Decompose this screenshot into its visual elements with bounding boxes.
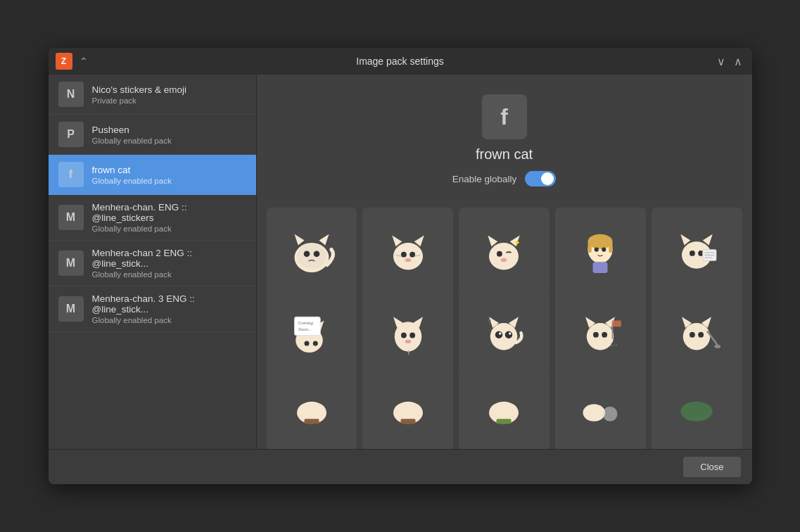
sticker-cell[interactable] (652, 367, 742, 449)
svg-point-40 (304, 341, 309, 346)
svg-text:✦: ✦ (514, 238, 521, 248)
sidebar-item-pusheen[interactable]: P Pusheen Globally enabled pack (49, 115, 256, 155)
svg-rect-21 (609, 242, 613, 253)
svg-point-79 (603, 407, 618, 422)
svg-rect-20 (588, 242, 592, 253)
pack-title: frown cat (476, 146, 533, 163)
minimize-button[interactable]: ∨ (714, 55, 728, 68)
pack-name: Nico's stickers & emoji (92, 84, 246, 95)
pack-sub: Globally enabled pack (92, 137, 246, 145)
sticker-cell[interactable] (267, 367, 357, 449)
svg-rect-63 (613, 321, 621, 327)
sidebar-item-menhera-3[interactable]: M Menhera-chan. 3 ENG :: @line_stick... … (49, 286, 256, 332)
enable-globally-row: Enable globally (452, 171, 557, 186)
svg-point-53 (505, 331, 513, 338)
svg-point-52 (495, 331, 503, 338)
avatar: N (58, 82, 84, 107)
pack-name: Pusheen (92, 125, 246, 135)
main-panel: f frown cat Enable globally (256, 75, 752, 449)
svg-point-16 (501, 258, 507, 262)
svg-point-65 (683, 323, 711, 350)
sidebar-item-frown-cat[interactable]: f frown cat Globally enabled pack (49, 155, 256, 195)
svg-point-1 (297, 244, 326, 269)
svg-point-61 (602, 332, 607, 338)
svg-point-11 (405, 258, 411, 262)
svg-point-71 (714, 345, 720, 348)
svg-point-47 (405, 340, 411, 343)
svg-rect-77 (497, 419, 512, 424)
list-item-info: Menhera-chan. ENG :: @line_stickers Glob… (92, 202, 246, 233)
svg-point-6 (393, 243, 423, 270)
svg-point-55 (509, 332, 512, 335)
svg-point-45 (401, 333, 407, 338)
pack-sub: Private pack (92, 96, 246, 105)
collapse-button[interactable]: ⌃ (77, 54, 91, 68)
sidebar-item-menhera-2[interactable]: M Menhera-chan 2 ENG :: @line_stick... G… (49, 241, 256, 286)
titlebar: Z ⌃ Image pack settings ∨ ∧ (49, 48, 752, 75)
sticker-cell[interactable] (555, 367, 646, 449)
svg-rect-73 (304, 419, 319, 424)
footer: Close (49, 449, 752, 484)
maximize-button[interactable]: ∧ (731, 55, 745, 68)
avatar: M (58, 251, 84, 276)
sticker-cell[interactable]: ✝ (362, 288, 453, 379)
image-pack-settings-window: Z ⌃ Image pack settings ∨ ∧ N Nico's sti… (49, 48, 752, 484)
sticker-cell[interactable] (362, 208, 453, 298)
pack-name: Menhera-chan. 3 ENG :: @line_stick... (92, 293, 246, 315)
sticker-cell[interactable] (267, 208, 357, 298)
svg-point-78 (583, 404, 606, 422)
close-button[interactable]: Close (683, 457, 740, 477)
enable-globally-toggle[interactable] (525, 171, 556, 186)
svg-point-69 (698, 332, 704, 338)
svg-point-28 (690, 251, 695, 256)
svg-text:?: ? (488, 318, 492, 325)
window-title: Image pack settings (356, 56, 444, 67)
app-icon: Z (56, 53, 72, 70)
svg-marker-3 (319, 234, 329, 246)
pack-icon-large: f (482, 94, 527, 139)
svg-point-68 (690, 332, 695, 338)
svg-marker-2 (294, 234, 304, 246)
svg-point-4 (304, 251, 310, 258)
svg-text:✝: ✝ (405, 349, 411, 356)
pack-header: f frown cat Enable globally (257, 75, 752, 201)
sticker-cell[interactable]: Coming Soon... (267, 288, 357, 379)
sticker-cell[interactable] (652, 208, 742, 298)
list-item-info: Nico's stickers & emoji Private pack (92, 84, 246, 105)
enable-globally-label: Enable globally (452, 174, 517, 184)
svg-rect-75 (400, 419, 415, 424)
svg-point-5 (314, 251, 320, 258)
avatar: f (58, 162, 84, 187)
svg-point-54 (499, 332, 502, 335)
sticker-cell[interactable] (362, 367, 453, 449)
svg-text:Soon...: Soon... (298, 327, 312, 331)
pack-sub: Globally enabled pack (92, 224, 246, 233)
avatar: P (58, 122, 84, 147)
sticker-cell[interactable] (459, 367, 550, 449)
svg-point-23 (602, 248, 606, 252)
avatar: M (58, 296, 84, 322)
list-item-info: Menhera-chan 2 ENG :: @line_stick... Glo… (92, 248, 246, 279)
svg-text:Coming: Coming (298, 320, 314, 325)
sticker-cell[interactable]: レ♪ (555, 288, 646, 379)
window-controls: ∨ ∧ (714, 55, 745, 68)
svg-point-22 (595, 248, 599, 252)
pack-name: Menhera-chan. ENG :: @line_stickers (92, 202, 246, 223)
content-area: N Nico's stickers & emoji Private pack P… (49, 75, 752, 449)
svg-point-49 (490, 323, 518, 350)
list-item-info: Pusheen Globally enabled pack (92, 125, 246, 145)
sidebar-item-nico[interactable]: N Nico's stickers & emoji Private pack (49, 75, 256, 115)
pack-sub: Globally enabled pack (92, 316, 246, 324)
svg-point-60 (593, 332, 599, 338)
app-icon-label: Z (61, 56, 66, 66)
sticker-cell[interactable] (652, 288, 742, 379)
pack-sub: Globally enabled pack (92, 270, 246, 279)
list-item-info: Menhera-chan. 3 ENG :: @line_stick... Gl… (92, 293, 246, 324)
pack-name: Menhera-chan 2 ENG :: @line_stick... (92, 248, 246, 269)
svg-point-46 (409, 333, 415, 338)
sticker-cell[interactable]: ? (459, 288, 550, 379)
sidebar-item-menhera-1[interactable]: M Menhera-chan. ENG :: @line_stickers Gl… (49, 195, 256, 241)
pack-sub: Globally enabled pack (92, 177, 246, 185)
sticker-cell[interactable]: ✦ (459, 208, 550, 298)
sticker-cell[interactable] (555, 208, 646, 298)
